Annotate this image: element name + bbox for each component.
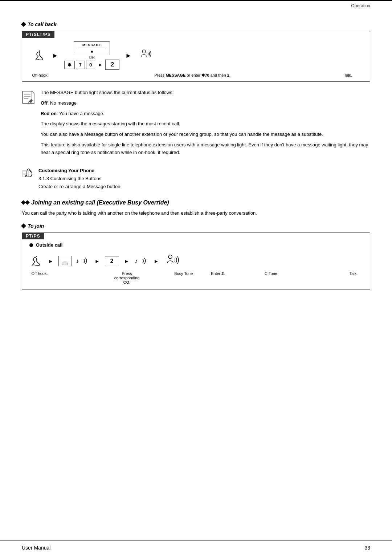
to-join-device-box: PT/PS Outside call ► bbox=[22, 232, 370, 290]
svg-text:♪: ♪ bbox=[135, 258, 138, 265]
svg-line-6 bbox=[28, 101, 29, 104]
talk-icon bbox=[138, 48, 154, 64]
join-label-talk: Talk. bbox=[344, 271, 363, 276]
join-diamond-icon bbox=[21, 223, 26, 228]
label-press-message: Press MESSAGE or enter ✱70 and then 2. bbox=[154, 73, 230, 78]
or-divider: OR bbox=[89, 55, 95, 60]
message-label: MESSAGE bbox=[78, 43, 106, 47]
to-join-title-text: To join bbox=[28, 223, 44, 229]
key-0: 0 bbox=[86, 61, 95, 69]
callback-label-row: Off-hook. Press MESSAGE or enter ✱70 and… bbox=[22, 72, 370, 81]
customise-title: Customising Your Phone bbox=[38, 167, 122, 175]
exec-override-title: Joining an existing call (Executive Busy… bbox=[22, 199, 370, 206]
label-talk: Talk. bbox=[334, 73, 363, 77]
call-back-title: To call back bbox=[22, 21, 370, 27]
note2-text: The display shows the messages starting … bbox=[41, 120, 370, 128]
section-label: Operation bbox=[351, 3, 370, 8]
note-doc-icon bbox=[22, 90, 35, 159]
co-button-line: ⎯ bbox=[64, 257, 66, 262]
footer: User Manual 33 bbox=[0, 540, 392, 555]
customise-icon bbox=[22, 167, 35, 191]
join-talk-step bbox=[164, 253, 182, 270]
key-star: ✱ bbox=[64, 61, 75, 69]
note3-text: You can also have a Message button of an… bbox=[41, 131, 370, 138]
join-diagram: ► ⎯ (CO) ♪ bbox=[22, 249, 370, 271]
top-bar: Operation bbox=[0, 0, 392, 11]
page-container: Operation To call back PT/SLT/PS bbox=[0, 0, 392, 555]
call-back-title-text: To call back bbox=[28, 21, 57, 27]
content-area: To call back PT/SLT/PS ► bbox=[0, 21, 392, 323]
customise-item1: 3.1.3 Customising the Buttons bbox=[38, 175, 122, 183]
key-7: 7 bbox=[76, 61, 85, 69]
note-content: The MESSAGE button light shows the curre… bbox=[41, 89, 370, 159]
join-label-busy-tone: Busy Tone bbox=[173, 271, 195, 276]
key-enter-2: 2 bbox=[105, 256, 119, 266]
off-hook-step bbox=[33, 49, 46, 62]
join-talk-icon bbox=[164, 253, 182, 270]
svg-point-1 bbox=[142, 50, 146, 53]
key-2: 2 bbox=[105, 60, 119, 70]
exec-override-intro: You can call the party who is talking wi… bbox=[22, 210, 370, 217]
join-arrow-4: ► bbox=[154, 258, 159, 264]
join-labels-row: Off-hook. Presscorresponding CO. Busy To… bbox=[22, 271, 370, 289]
join-arrow-1: ► bbox=[48, 258, 53, 264]
callback-diagram: ► MESSAGE ■ OR ✱ 7 0 ► bbox=[22, 38, 370, 72]
join-label-enter-2: Enter 2. bbox=[207, 271, 229, 276]
enter-2-step: 2 bbox=[105, 256, 119, 266]
join-label-press-co: Presscorresponding CO. bbox=[113, 271, 142, 284]
note-red-on: Red on: You have a message. bbox=[41, 110, 370, 118]
customise-section: Customising Your Phone 3.1.3 Customising… bbox=[22, 167, 370, 191]
double-diamond-icon bbox=[22, 201, 29, 204]
join-phone-icon bbox=[29, 254, 43, 268]
svg-point-14 bbox=[168, 255, 172, 259]
join-arrow-3: ► bbox=[124, 258, 129, 264]
call-back-device-label: PT/SLT/PS bbox=[22, 31, 54, 38]
outside-call-label: Outside call bbox=[22, 239, 370, 249]
footer-right: 33 bbox=[364, 545, 370, 551]
button-indicator: ■ bbox=[78, 49, 106, 53]
message-or-step: MESSAGE ■ OR ✱ 7 0 ► 2 bbox=[64, 41, 119, 70]
keypad-row: ✱ 7 0 ► 2 bbox=[64, 60, 119, 70]
customise-content-text: Customising Your Phone 3.1.3 Customising… bbox=[38, 167, 122, 191]
bullet-circle bbox=[29, 243, 33, 247]
footer-left: User Manual bbox=[22, 545, 50, 551]
svg-text:♪: ♪ bbox=[76, 258, 79, 265]
call-back-section: To call back PT/SLT/PS ► bbox=[22, 21, 370, 82]
exec-override-section: Joining an existing call (Executive Busy… bbox=[22, 199, 370, 290]
talk-step bbox=[138, 48, 154, 64]
phone-offhook-icon bbox=[33, 49, 46, 62]
note-off: Off: No message bbox=[41, 100, 370, 107]
busy-tone-icon: ♪ bbox=[75, 255, 90, 267]
message-button-box: MESSAGE ■ bbox=[74, 41, 110, 55]
to-join-device-label: PT/PS bbox=[22, 233, 44, 239]
call-back-device-box: PT/SLT/PS ► MESSAGE bbox=[22, 31, 370, 82]
arrow-keypad: ► bbox=[98, 62, 103, 68]
join-label-off-hook: Off-hook. bbox=[29, 271, 50, 276]
note4-text: This feature is also available for singl… bbox=[41, 141, 370, 157]
notes-section: The MESSAGE button light shows the curre… bbox=[22, 89, 370, 159]
customise-item2: Create or re-arrange a Message button. bbox=[38, 183, 122, 191]
co-button-step: ⎯ (CO) bbox=[58, 256, 72, 266]
co-button: ⎯ (CO) bbox=[58, 256, 72, 266]
document-icon bbox=[22, 90, 35, 106]
to-join-title: To join bbox=[22, 223, 370, 229]
hand-pointing-icon bbox=[22, 167, 35, 181]
label-off-hook: Off-hook. bbox=[29, 73, 51, 77]
co-button-label: (CO) bbox=[62, 262, 68, 265]
ctone-icon: ♪ bbox=[134, 255, 148, 267]
diamond-2 bbox=[25, 200, 30, 205]
exec-override-title-text: Joining an existing call (Executive Busy… bbox=[31, 199, 169, 206]
arrow-2: ► bbox=[125, 52, 132, 60]
join-arrow-2: ► bbox=[95, 258, 100, 264]
ctone-step: ♪ bbox=[134, 255, 148, 267]
arrow-1: ► bbox=[52, 52, 58, 60]
busy-tone-step: ♪ bbox=[75, 255, 90, 267]
diamond-icon bbox=[21, 22, 26, 27]
note1-text: The MESSAGE button light shows the curre… bbox=[41, 89, 370, 97]
join-label-ctone: C.Tone bbox=[260, 271, 282, 276]
join-off-hook bbox=[29, 254, 43, 268]
